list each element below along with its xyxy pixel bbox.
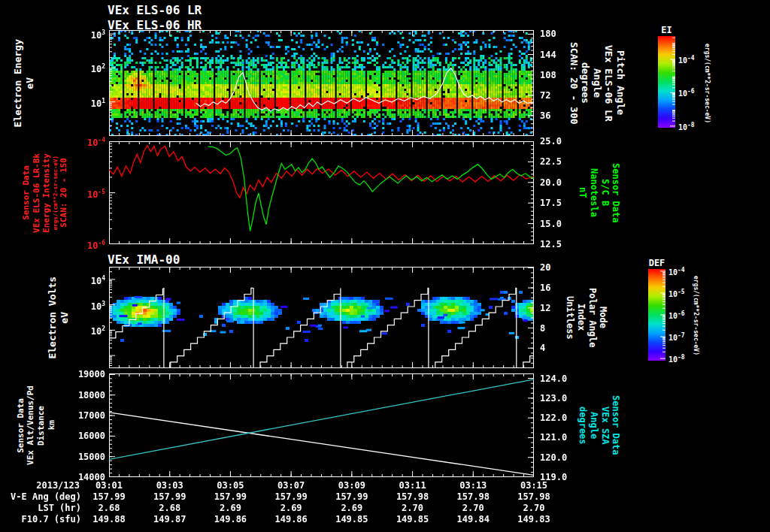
- axis-label: Polar Angle: [587, 288, 597, 347]
- colorbar-ei: [658, 36, 675, 128]
- right-tick-label: 120.0: [540, 452, 567, 462]
- y-tick-label: 10-4: [87, 135, 105, 148]
- right-tick-label: 124.0: [540, 373, 567, 383]
- time-label: 03:03: [156, 481, 183, 491]
- axis-label: eV: [25, 77, 35, 89]
- vex-quicklook-plot: VEx ELS-06 LR VEx ELS-06 HR VEx IMA-00 E…: [0, 0, 770, 532]
- y-tick-label: 18000: [78, 390, 105, 400]
- right-tick-label: 20.0: [540, 177, 562, 187]
- right-tick-label: 122.0: [540, 413, 567, 423]
- axis-label: VEx Alt/Venus/Pd: [26, 385, 35, 465]
- axis-label: eV: [59, 312, 70, 324]
- els-spectrogram-panel: [109, 30, 534, 136]
- right-tick-label: 12.5: [540, 240, 562, 249]
- panel2-left-axis-title: Sensor Data VEx ELS-06 LR-Bk Energy Inte…: [25, 141, 65, 244]
- time-label: 03:09: [338, 481, 365, 491]
- ima_spectrogram-axes: [109, 267, 534, 368]
- right-tick-label: 15.0: [540, 219, 562, 228]
- date-label: 2013/123: [36, 481, 80, 491]
- axis-label: Index: [576, 304, 586, 331]
- axis-label: Distance: [37, 406, 46, 446]
- axis-label: Sensor Data: [611, 163, 621, 222]
- panel2-right-axis-title: nT Nanotesla S/C B Sensor Data: [578, 141, 621, 244]
- axis-label: VEx SZA: [600, 407, 610, 445]
- table-cell: 149.86: [274, 515, 307, 524]
- colorbar-units-label: ergs/(cm**2-sr-sec-eV): [704, 44, 710, 123]
- colorbar-tick-label: 10-7: [668, 331, 685, 343]
- table-cell: 2.69: [280, 503, 302, 513]
- panel3-y-axis-title: Electron Volts eV: [45, 267, 72, 368]
- table-row-label: V-E Ang (deg): [11, 492, 81, 502]
- y-tick-label: 10-6: [87, 238, 105, 251]
- colorbar-tick-label: 10-6: [668, 309, 685, 321]
- panel3-title: VEx IMA-00: [108, 252, 180, 267]
- y-tick-label: 17000: [78, 411, 105, 421]
- right-tick-label: 108: [540, 70, 556, 80]
- panel1-right-axis-title: SCAN: 20 - 300 degrees Angle VEx ELS-06 …: [568, 30, 626, 136]
- table-cell: 2.70: [462, 503, 484, 513]
- axis-label: VEx ELS-06 LR: [604, 45, 614, 122]
- colorbar-tick-label: 10-4: [668, 265, 685, 277]
- table-cell: 149.87: [153, 515, 186, 524]
- table-cell: 157.99: [214, 492, 247, 502]
- table-cell: 149.83: [517, 515, 550, 524]
- right-tick-label: 72: [540, 90, 550, 100]
- ephemeris-panel: [109, 373, 534, 477]
- table-cell: 2.69: [220, 503, 241, 513]
- table-cell: 2.70: [402, 503, 423, 513]
- axis-label: S/C B: [600, 179, 610, 206]
- panel1-y-axis-title: Electron Energy eV: [11, 30, 38, 136]
- els_intensity_and_B-axes: [109, 141, 534, 244]
- y-tick-label: 104: [91, 273, 105, 286]
- table-cell: 157.98: [457, 492, 490, 502]
- table-cell: 149.88: [92, 515, 125, 524]
- right-tick-label: 20: [540, 263, 550, 273]
- table-cell: 157.98: [396, 492, 429, 502]
- time-label: 03:15: [520, 481, 547, 491]
- right-tick-label: 22.5: [540, 157, 562, 167]
- y-tick-label: 10-5: [87, 186, 105, 199]
- axis-label: Sensor Data: [22, 165, 31, 220]
- ima-spectrogram-panel: [109, 267, 534, 368]
- right-tick-label: 4: [540, 343, 545, 353]
- colorbar-tick-label: 10-6: [678, 86, 695, 98]
- right-tick-label: 17.5: [540, 198, 562, 208]
- colorbar-ticks: [648, 269, 665, 361]
- time-label: 03:11: [399, 481, 426, 491]
- axis-label: Sensor Data: [17, 398, 26, 453]
- panel1-title-line1: VEx ELS-06 LR: [108, 3, 202, 17]
- table-row-label: F10.7 (sfu): [22, 515, 81, 524]
- time-label: 03:13: [459, 481, 487, 491]
- colorbar-tick-label: 10-8: [668, 352, 685, 364]
- y-tick-label: 103: [91, 28, 105, 41]
- axis-label: Electron Volts: [47, 277, 58, 359]
- panel4-right-axis-title: degrees Angle VEx SZA Sensor Data: [578, 373, 621, 477]
- axis-label: VEx ELS-06 LR-Bk: [32, 153, 41, 233]
- axis-label: Electron Energy: [13, 39, 23, 127]
- y-tick-label: 102: [91, 324, 105, 337]
- table-cell: 157.99: [92, 492, 125, 502]
- right-tick-label: 144: [540, 50, 556, 59]
- right-tick-label: 8: [540, 323, 545, 333]
- y-tick-label: 15000: [78, 452, 105, 461]
- axis-label: Mode: [599, 307, 608, 328]
- panel4-left-axis-title: Sensor Data VEx Alt/Venus/Pd Distance km: [15, 373, 57, 477]
- axis-label: Sensor Data: [611, 395, 621, 455]
- axis-label: Angle: [592, 68, 602, 98]
- axis-label: Angle: [589, 412, 599, 439]
- colorbar-ticks: [658, 36, 675, 128]
- axis-label: Nanotesla: [589, 168, 599, 217]
- table-cell: 157.99: [335, 492, 368, 502]
- right-tick-label: 25.0: [540, 137, 562, 147]
- table-cell: 157.99: [274, 492, 307, 502]
- y-tick-label: 103: [91, 298, 105, 311]
- colorbar-def-title: DEF: [647, 258, 667, 268]
- axis-label: Energy Intensity: [42, 153, 51, 233]
- table-cell: 2.70: [523, 503, 545, 513]
- table-cell: 2.69: [341, 503, 362, 513]
- els_pitch_spectrogram-axes: [109, 30, 534, 136]
- colorbar-def-units: ergs/(cm**2-sr-sec-eV): [691, 268, 700, 364]
- y-tick-label: 101: [91, 95, 105, 108]
- table-cell: 149.84: [457, 515, 490, 524]
- right-tick-label: 36: [540, 110, 550, 120]
